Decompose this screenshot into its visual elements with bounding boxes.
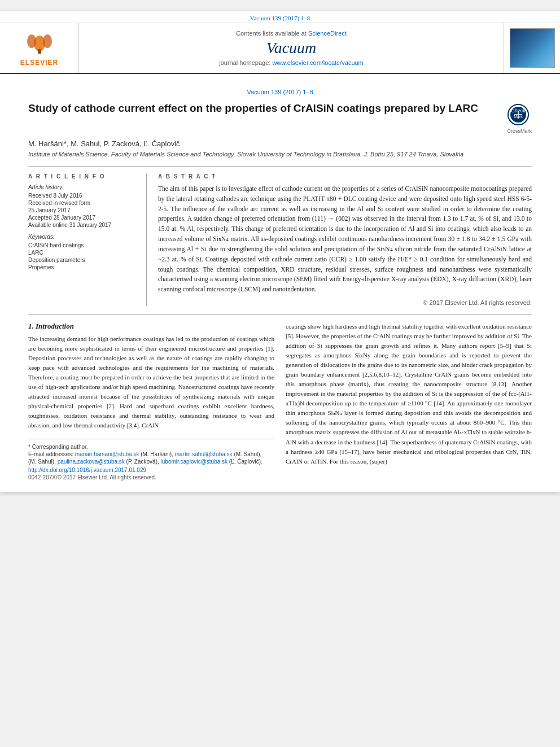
received-revised: Received in revised form — [28, 200, 138, 206]
journal-cover-image — [510, 28, 555, 68]
copyright-line: © 2017 Elsevier Ltd. All rights reserved… — [158, 299, 532, 306]
body-right-col: coatings show high hardness and high the… — [286, 322, 532, 480]
article-page: Vacuum 139 (2017) 1–8 ELSEVIER Contents … — [0, 11, 560, 492]
crossmark-icon: Check Mark — [507, 103, 530, 126]
sciencedirect-link[interactable]: ScienceDirect — [308, 30, 347, 37]
corresponding-author-note: * Corresponding author. — [28, 444, 274, 450]
authors-text: M. Haršáni*, M. Sahul, P. Zacková, Ľ. Ča… — [28, 139, 180, 148]
title-section: Study of cathode current effect on the p… — [28, 101, 532, 134]
abstract-label: A B S T R A C T — [158, 173, 532, 180]
intro-section-heading: 1. Introduction — [28, 322, 274, 331]
article-history-title: Article history: — [28, 184, 138, 190]
section-divider — [28, 314, 532, 315]
abstract-text: The aim of this paper is to investigate … — [158, 184, 532, 295]
elsevier-logo-section: ELSEVIER — [0, 23, 79, 73]
keywords-label: Keywords: — [28, 234, 138, 240]
article-info-abstract: A R T I C L E I N F O Article history: R… — [28, 166, 532, 306]
sciencedirect-text: Contents lists available at ScienceDirec… — [236, 30, 347, 37]
article-info-label: A R T I C L E I N F O — [28, 173, 138, 180]
keyword-1: CrAlSiN hard coatings — [28, 242, 138, 248]
keyword-3: Deposition parameters — [28, 257, 138, 263]
available-online: Available online 31 January 2017 — [28, 222, 138, 228]
elsevier-logo-img — [11, 29, 68, 58]
crossmark-section: Check Mark CrossMark — [507, 103, 532, 134]
body-left-col: 1. Introduction The increasing demand fo… — [28, 322, 274, 480]
doi-link[interactable]: http://dx.doi.org/10.1016/j.vacuum.2017.… — [28, 467, 146, 473]
article-info-col: A R T I C L E I N F O Article history: R… — [28, 173, 147, 306]
authors-line: M. Haršáni*, M. Sahul, P. Zacková, Ľ. Ča… — [28, 139, 532, 148]
journal-center: Contents lists available at ScienceDirec… — [79, 23, 504, 73]
revised-date: 25 January 2017 — [28, 207, 138, 213]
citation-text: Vacuum 139 (2017) 1–8 — [250, 15, 310, 21]
svg-point-2 — [43, 34, 52, 48]
received-date: Received 8 July 2016 — [28, 193, 138, 199]
keyword-2: LARC — [28, 250, 138, 256]
email-addresses: E-mail addresses: marian.harsani@stuba.s… — [28, 451, 274, 457]
accepted-date: Accepted 28 January 2017 — [28, 215, 138, 221]
citation-bar: Vacuum 139 (2017) 1–8 — [0, 11, 560, 23]
email-addresses-2: (M. Sahul), paulina.zackova@stuba.sk (P.… — [28, 458, 274, 465]
elsevier-tree-icon — [23, 31, 56, 56]
intro-para-1: The increasing demand for high performan… — [28, 334, 274, 430]
issn-line: 0042-207X/© 2017 Elsevier Ltd. All right… — [28, 474, 274, 480]
email-link-4[interactable]: lubomir.caplovic@stuba.sk — [161, 458, 228, 465]
crossmark-label: CrossMark — [507, 128, 532, 134]
body-two-col: 1. Introduction The increasing demand fo… — [28, 322, 532, 480]
intro-para-2: coatings show high hardness and high the… — [286, 322, 532, 466]
article-title: Study of cathode current effect on the p… — [28, 101, 498, 116]
journal-thumbnail — [504, 23, 560, 73]
journal-header: ELSEVIER Contents lists available at Sci… — [0, 23, 560, 74]
intro-section-title: Introduction — [36, 322, 74, 330]
article-citation: Vacuum 139 (2017) 1–8 — [28, 85, 532, 101]
keyword-4: Properties — [28, 264, 138, 270]
doi-line: http://dx.doi.org/10.1016/j.vacuum.2017.… — [28, 467, 274, 473]
journal-title: Vacuum — [266, 39, 317, 57]
homepage-text: journal homepage: www.elsevier.com/locat… — [219, 59, 364, 66]
svg-point-1 — [27, 34, 36, 48]
abstract-col: A B S T R A C T The aim of this paper is… — [158, 173, 532, 306]
footnotes-section: * Corresponding author. E-mail addresses… — [28, 439, 274, 480]
article-content: Vacuum 139 (2017) 1–8 Study of cathode c… — [0, 74, 560, 492]
affiliation: Institute of Materials Science, Faculty … — [28, 151, 532, 158]
svg-rect-3 — [38, 49, 41, 54]
elsevier-wordmark: ELSEVIER — [20, 59, 58, 67]
email-link-1[interactable]: marian.harsani@stuba.sk — [75, 451, 139, 457]
email-link-3[interactable]: paulina.zackova@stuba.sk — [58, 458, 125, 465]
email-link-2[interactable]: martin.sahul@stuba.sk — [175, 451, 233, 457]
intro-section-num: 1. — [28, 322, 34, 330]
homepage-link[interactable]: www.elsevier.com/locate/vacuum — [272, 59, 363, 66]
